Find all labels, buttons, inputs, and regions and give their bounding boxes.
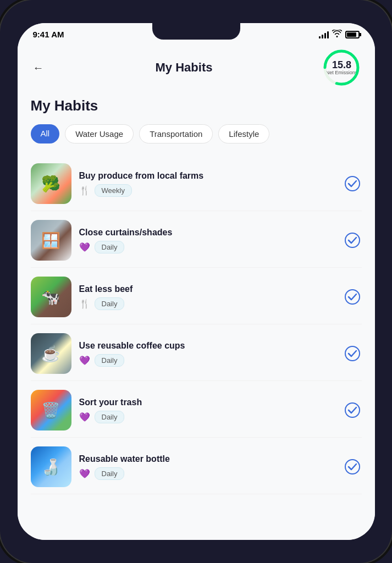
check-button[interactable] xyxy=(343,344,362,363)
phone-screen: 9:41 AM xyxy=(18,23,375,540)
habit-item[interactable]: 🗑️ Sort your trash 💜 Daily xyxy=(31,383,362,438)
habit-tags: 💜 Daily xyxy=(79,354,335,367)
check-button[interactable] xyxy=(343,457,362,476)
frequency-tag: Weekly xyxy=(95,184,132,197)
habit-image-beef: 🐄 xyxy=(31,277,71,317)
habit-image-curtains: 🪟 xyxy=(31,220,71,261)
habit-info: Eat less beef 🍴 Daily xyxy=(79,284,335,310)
svg-point-5 xyxy=(345,346,360,361)
filter-tab-transportation[interactable]: Transportation xyxy=(139,124,213,143)
svg-point-2 xyxy=(345,176,360,191)
habit-name: Reusable water bottle xyxy=(79,454,335,464)
filter-tab-water[interactable]: Water Usage xyxy=(65,124,134,143)
page-title: My Habits xyxy=(156,60,213,75)
svg-point-6 xyxy=(345,403,360,417)
food-icon: 🍴 xyxy=(79,299,90,309)
frequency-tag: Daily xyxy=(95,467,125,480)
habit-tags: 💜 Daily xyxy=(79,241,335,253)
svg-point-7 xyxy=(345,460,360,474)
svg-point-4 xyxy=(345,290,360,304)
habit-image-produce: 🥦 xyxy=(31,163,71,204)
habit-list: 🥦 Buy produce from local farms 🍴 Weekly xyxy=(31,157,362,494)
habit-item[interactable]: 🥦 Buy produce from local farms 🍴 Weekly xyxy=(31,157,362,211)
frequency-tag: Daily xyxy=(95,354,125,367)
filter-tab-lifestyle[interactable]: Lifestyle xyxy=(218,124,269,143)
habit-tags: 💜 Daily xyxy=(79,411,335,423)
habit-item[interactable]: 🪟 Close curtains/shades 💜 Daily xyxy=(31,213,362,268)
food-icon: 🍴 xyxy=(79,185,90,196)
habit-image-bottle: 🍶 xyxy=(31,446,71,487)
habit-item[interactable]: 🍶 Reusable water bottle 💜 Daily xyxy=(31,440,362,494)
habit-name: Buy produce from local farms xyxy=(79,171,335,181)
habit-info: Close curtains/shades 💜 Daily xyxy=(79,228,335,253)
habit-image-coffee: ☕ xyxy=(31,333,71,374)
habit-info: Reusable water bottle 💜 Daily xyxy=(79,454,335,480)
habit-tags: 💜 Daily xyxy=(79,467,335,480)
status-icons xyxy=(319,30,360,39)
content-area: My Habits All Water Usage Transportation… xyxy=(18,95,375,540)
habit-name: Close curtains/shades xyxy=(79,228,335,238)
svg-point-3 xyxy=(345,233,360,247)
heart-icon: 💜 xyxy=(79,468,90,479)
frequency-tag: Daily xyxy=(95,297,125,310)
emissions-badge[interactable]: 15.8 Net Emissions xyxy=(322,48,361,87)
check-button[interactable] xyxy=(343,401,362,420)
habit-name: Sort your trash xyxy=(79,398,335,407)
heart-icon: 💜 xyxy=(79,242,90,252)
notch xyxy=(152,23,240,40)
header: ← My Habits 15.8 Net Emissions xyxy=(18,42,375,95)
status-time: 9:41 AM xyxy=(33,30,64,39)
habit-item[interactable]: ☕ Use reusable coffee cups 💜 Daily xyxy=(31,327,362,381)
back-button[interactable]: ← xyxy=(31,59,46,76)
filter-tab-all[interactable]: All xyxy=(31,124,60,143)
battery-icon xyxy=(345,31,360,38)
check-button[interactable] xyxy=(343,288,362,306)
frequency-tag: Daily xyxy=(95,411,125,423)
check-button[interactable] xyxy=(343,231,362,250)
section-title: My Habits xyxy=(31,97,362,114)
habit-tags: 🍴 Weekly xyxy=(79,184,335,197)
frequency-tag: Daily xyxy=(95,241,125,253)
wifi-icon xyxy=(332,30,342,39)
habit-item[interactable]: 🐄 Eat less beef 🍴 Daily xyxy=(31,270,362,324)
habit-info: Buy produce from local farms 🍴 Weekly xyxy=(79,171,335,197)
habit-tags: 🍴 Daily xyxy=(79,297,335,310)
habit-image-trash: 🗑️ xyxy=(31,390,71,430)
heart-icon: 💜 xyxy=(79,355,90,366)
habit-name: Eat less beef xyxy=(79,284,335,294)
habit-info: Sort your trash 💜 Daily xyxy=(79,398,335,423)
habit-info: Use reusable coffee cups 💜 Daily xyxy=(79,341,335,367)
phone-frame: 9:41 AM xyxy=(0,0,392,563)
filter-tabs: All Water Usage Transportation Lifestyle xyxy=(31,124,362,146)
habit-name: Use reusable coffee cups xyxy=(79,341,335,351)
check-button[interactable] xyxy=(343,174,362,193)
heart-icon: 💜 xyxy=(79,412,90,422)
signal-icon xyxy=(319,31,329,38)
